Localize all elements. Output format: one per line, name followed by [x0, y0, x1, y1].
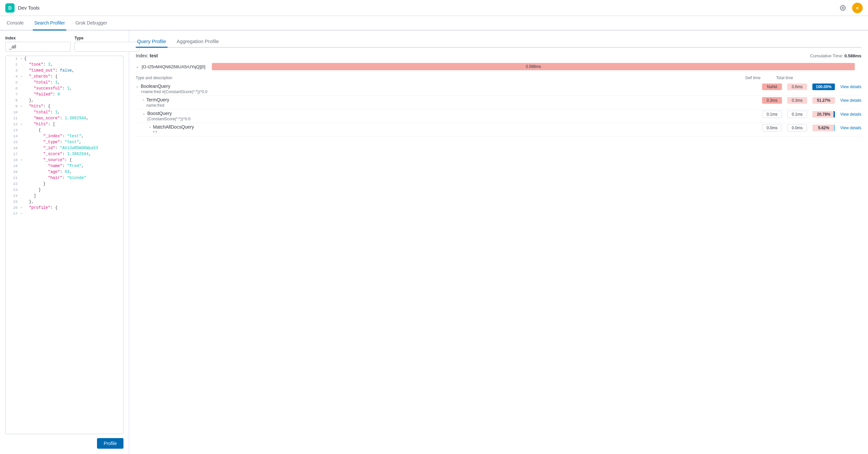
- query-item-matchall: ● MatchAllDocsQuery *:* 0.0ms 0.0ms 5.62…: [136, 123, 861, 137]
- svg-point-0: [842, 7, 844, 9]
- code-line: 22 }: [6, 181, 123, 187]
- code-line: 14 "_index": "test",: [6, 134, 123, 140]
- matchall-pct: 5.62%: [812, 124, 835, 131]
- query-col-headers: Type and description Self time Total tim…: [136, 74, 861, 82]
- top-bar-left: D Dev Tools: [5, 3, 40, 12]
- code-line: 18 - "_source": {: [6, 158, 123, 163]
- col-total-time-header: Total time: [771, 76, 798, 80]
- shard-bar: 0.588ms: [212, 63, 855, 70]
- shard-row: ⌄ [O-I25nM4QN6Z68UA5rUYqQ][0] 0.588ms: [136, 62, 861, 71]
- term-self-time: 0.3ms: [762, 97, 782, 104]
- boolean-pct: 100.00%: [812, 84, 835, 90]
- code-line: 23 }: [6, 187, 123, 193]
- profile-tabs: Query Profile Aggregation Profile: [136, 36, 861, 48]
- user-avatar[interactable]: e: [852, 3, 863, 13]
- code-line: 6 "successful": 1,: [6, 86, 123, 92]
- code-line: 7 "failed": 0: [6, 92, 123, 98]
- code-line: 27 -: [6, 211, 123, 217]
- boost-view-details[interactable]: View details: [840, 112, 861, 117]
- boolean-total-time: 0.6ms: [787, 84, 807, 90]
- code-line: 15 "_type": "test",: [6, 140, 123, 145]
- index-label: Index: [5, 36, 70, 40]
- code-line: 2 "took": 3,: [6, 62, 123, 68]
- code-line: 24 ]: [6, 193, 123, 199]
- code-line: 17 "_score": 1.3862944,: [6, 151, 123, 158]
- term-total-time: 0.3ms: [787, 97, 807, 104]
- app-icon: D: [5, 3, 14, 12]
- term-query-type: TermQuery: [146, 97, 169, 103]
- code-line: 5 "total": 1,: [6, 80, 123, 86]
- boolean-self-time: NaNd: [762, 84, 782, 90]
- boost-self-time: 0.1ms: [762, 111, 782, 118]
- index-label-text: Index:: [136, 53, 148, 58]
- index-header: Index: test Cumulative Time: 0.588ms: [136, 53, 861, 58]
- term-query-desc: name:fred: [146, 103, 169, 108]
- boost-pct: 20.78%: [812, 111, 835, 118]
- boost-query-desc: (ConstantScore(*:*))^0.0: [147, 117, 190, 121]
- code-line: 9 - "hits": {: [6, 104, 123, 110]
- query-item-boost: ⌄ BoostQuery (ConstantScore(*:*))^0.0 0.…: [136, 109, 861, 123]
- query-item-boolean: ⌄ BooleanQuery +name:fred #(ConstantScor…: [136, 82, 861, 96]
- tab-aggregation-profile[interactable]: Aggregation Profile: [176, 36, 220, 48]
- index-input[interactable]: [5, 42, 70, 52]
- code-line: 25 },: [6, 199, 123, 205]
- index-field-group: Index: [5, 36, 70, 52]
- app-title: Dev Tools: [18, 5, 40, 10]
- code-line: 20 "age": 69,: [6, 169, 123, 175]
- matchall-self-time: 0.0ms: [762, 124, 782, 132]
- matchall-dot: ●: [149, 125, 151, 129]
- tab-search-profiler[interactable]: Search Profiler: [33, 16, 66, 30]
- col-type-desc: Type and description: [136, 76, 740, 80]
- boolean-chevron[interactable]: ⌄: [136, 84, 139, 88]
- code-line: 13 {: [6, 127, 123, 134]
- shard-chevron[interactable]: ⌄: [136, 64, 139, 69]
- matchall-total-time: 0.0ms: [787, 124, 807, 132]
- code-line: 3 "timed_out": false,: [6, 68, 123, 74]
- code-line: 1 - {: [6, 56, 123, 62]
- code-editor[interactable]: 1 - { 2 "took": 3, 3 "timed_out": false,…: [5, 56, 123, 434]
- code-line: 26 - "profile": {: [6, 205, 123, 211]
- boolean-view-details[interactable]: View details: [840, 85, 861, 89]
- code-line: 12 - "hits": [: [6, 122, 123, 127]
- left-panel: Index Type 1 - { 2 "took": 3, 3: [0, 30, 129, 454]
- tab-query-profile[interactable]: Query Profile: [136, 36, 167, 48]
- tab-grok-debugger[interactable]: Grok Debugger: [74, 16, 108, 30]
- field-row: Index Type: [5, 36, 123, 52]
- index-title: Index: test: [136, 53, 158, 58]
- matchall-query-type: MatchAllDocsQuery: [153, 124, 194, 130]
- code-line: 11 "max_score": 1.3862944,: [6, 116, 123, 122]
- term-view-details[interactable]: View details: [840, 98, 861, 103]
- term-pct: 51.27%: [812, 97, 835, 104]
- main-layout: Index Type 1 - { 2 "took": 3, 3: [0, 30, 868, 454]
- term-dot: ●: [142, 98, 144, 102]
- gear-icon: [840, 5, 846, 11]
- code-line: 4 - "_shards": {: [6, 74, 123, 80]
- code-line: 19 "name": "fred",: [6, 163, 123, 169]
- top-bar-right: e: [838, 3, 863, 13]
- cumulative-value: 0.588ms: [844, 53, 861, 58]
- boost-total-time: 0.1ms: [787, 111, 807, 118]
- code-line: 8 },: [6, 98, 123, 104]
- settings-button[interactable]: [838, 3, 848, 13]
- shard-name: [O-I25nM4QN6Z68UA5rUYqQ][0]: [142, 64, 205, 69]
- top-bar: D Dev Tools e: [0, 0, 868, 16]
- boolean-query-type: BooleanQuery: [141, 84, 207, 89]
- boost-chevron[interactable]: ⌄: [142, 111, 145, 116]
- boolean-query-desc: +name:fred #(ConstantScore(*:*))^0.0: [141, 89, 207, 94]
- shard-left: ⌄ [O-I25nM4QN6Z68UA5rUYqQ][0]: [136, 64, 205, 69]
- code-line: 21 "hair": "blonde": [6, 175, 123, 181]
- query-item-term: ● TermQuery name:fred 0.3ms 0.3ms 51.27%…: [136, 96, 861, 109]
- code-line: 10 "total": 1,: [6, 110, 123, 116]
- matchall-view-details[interactable]: View details: [840, 125, 861, 130]
- nav-tabs: Console Search Profiler Grok Debugger: [0, 16, 868, 30]
- col-self-time-header: Self time: [740, 76, 766, 80]
- right-panel: Query Profile Aggregation Profile Index:…: [129, 30, 868, 454]
- cumulative-label: Cumulative Time:: [810, 53, 843, 58]
- index-name: test: [150, 53, 158, 58]
- boost-query-type: BoostQuery: [147, 111, 190, 116]
- matchall-query-desc: *:*: [153, 130, 194, 135]
- cumulative-time: Cumulative Time: 0.588ms: [810, 53, 861, 58]
- code-line: 16 "_id": "AVi3aRDmGKWpaS3: [6, 145, 123, 151]
- tab-console[interactable]: Console: [5, 16, 25, 30]
- profile-button[interactable]: Profile: [97, 438, 123, 449]
